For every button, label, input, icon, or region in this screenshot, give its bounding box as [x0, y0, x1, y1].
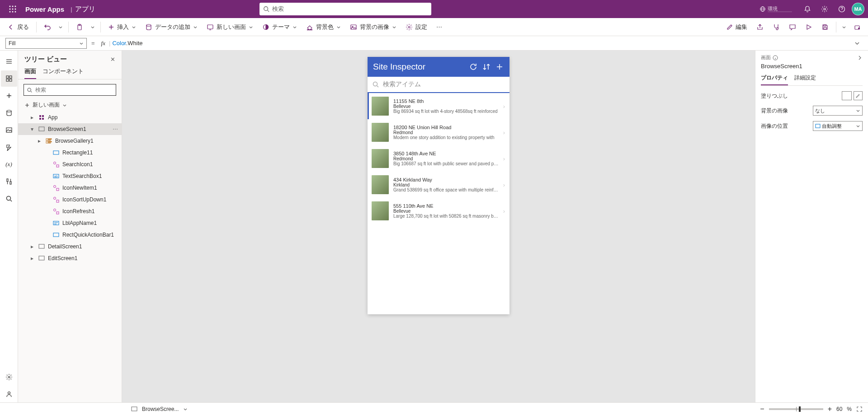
publish-button[interactable] [850, 20, 864, 34]
add-data-button[interactable]: データの追加 [142, 20, 201, 34]
tree-item-EditScreen1[interactable]: ▸EditScreen1 [18, 252, 122, 264]
tree-item-BrowseGallery1[interactable]: ▸BrowseGallery1 [18, 135, 122, 147]
user-avatar[interactable]: MA [852, 3, 864, 15]
item-title: 18200 NE Union Hill Road [393, 125, 499, 130]
rail-variables[interactable]: (x) [1, 156, 17, 173]
paste-button[interactable] [72, 20, 87, 34]
global-search[interactable]: 検索 [259, 3, 431, 15]
sort-icon[interactable] [482, 62, 491, 71]
expand-formula-bar[interactable] [852, 41, 863, 46]
rail-tree-view[interactable] [1, 70, 17, 87]
close-tree-panel[interactable]: ✕ [110, 56, 115, 63]
item-desc: Big 86934 sq ft lot with 4-story 48568sq… [393, 109, 499, 114]
rail-media[interactable] [1, 122, 17, 138]
undo-button[interactable] [40, 20, 55, 34]
gallery-item[interactable]: 555 110th Ave NEBellevueLarge 128,700 sq… [368, 198, 509, 224]
new-screen-button[interactable]: 新しい画面 [203, 20, 257, 34]
tree-item-DetailScreen1[interactable]: ▸DetailScreen1 [18, 241, 122, 252]
tree-item-BrowseScreen1[interactable]: ▾BrowseScreen1⋯ [18, 123, 122, 135]
settings-icon[interactable] [817, 2, 832, 16]
tree-item-TextSearchBox1[interactable]: abTextSearchBox1 [18, 170, 122, 182]
refresh-icon[interactable] [469, 62, 478, 71]
canvas-area[interactable]: Site Inspector 検索アイテム 11155 NE 8thBellev… [122, 51, 755, 402]
formula-input[interactable]: Color.White [112, 40, 850, 47]
gallery-item[interactable]: 3850 148th Ave NERedmondBig 106687 sq ft… [368, 145, 509, 172]
tree-item-label: SearchIcon1 [62, 161, 93, 168]
more-commands[interactable]: ⋯ [433, 20, 446, 34]
rail-power-automate[interactable] [1, 139, 17, 155]
tab-advanced[interactable]: 詳細設定 [794, 74, 816, 85]
rail-hamburger[interactable] [1, 53, 17, 70]
rail-insert[interactable] [1, 88, 17, 104]
back-button[interactable]: 戻る [4, 20, 33, 34]
info-icon[interactable] [773, 55, 778, 61]
help-icon[interactable] [835, 2, 849, 16]
notifications-icon[interactable] [800, 2, 815, 16]
tree-item-IconNewItem1[interactable]: IconNewItem1 [18, 182, 122, 194]
bg-image-button[interactable]: 背景の画像 [346, 20, 400, 34]
property-selector[interactable]: Fill [5, 38, 87, 49]
zoom-out[interactable]: − [760, 405, 764, 413]
tree-search[interactable] [24, 84, 116, 96]
data-icon [145, 24, 152, 30]
rail-settings[interactable] [1, 369, 17, 385]
zoom-in[interactable]: + [828, 405, 832, 413]
add-icon[interactable] [495, 62, 504, 71]
brand-name[interactable]: Power Apps [22, 5, 68, 13]
tree-type-icon [52, 196, 60, 203]
insert-button[interactable]: 挿入 [104, 20, 140, 34]
tab-screens[interactable]: 画面 [24, 67, 36, 79]
brand-section[interactable]: アプリ [75, 5, 95, 14]
imgpos-select[interactable]: 自動調整 [813, 121, 863, 131]
chevron-icon: ▸ [36, 138, 42, 144]
preview-button[interactable] [802, 20, 816, 34]
tree-item-IconSortUpDown1[interactable]: IconSortUpDown1 [18, 194, 122, 205]
chevron-down-icon[interactable] [183, 407, 188, 411]
fx-icon[interactable]: fx [99, 40, 107, 47]
tree-search-input[interactable] [35, 87, 113, 93]
new-screen-link[interactable]: 新しい画面 [18, 98, 122, 112]
app-launcher-icon[interactable] [4, 0, 22, 18]
gallery-item[interactable]: 434 Kirkland WayKirklandGrand 538699 sq … [368, 172, 509, 198]
tree-item-SearchIcon1[interactable]: SearchIcon1 [18, 159, 122, 170]
gallery-item[interactable]: 11155 NE 8thBellevueBig 86934 sq ft lot … [368, 93, 509, 119]
bgimage-select[interactable]: なし [813, 106, 863, 116]
save-dropdown[interactable] [840, 20, 848, 34]
rail-data[interactable] [1, 105, 17, 121]
tree-type-icon [52, 231, 60, 238]
tree-item-App[interactable]: ▸App [18, 112, 122, 123]
svg-line-49 [31, 91, 32, 92]
share-button[interactable] [753, 20, 767, 34]
fit-to-window[interactable] [856, 406, 863, 412]
svg-rect-75 [53, 233, 59, 237]
save-button[interactable] [818, 20, 832, 34]
zoom-slider[interactable] [769, 408, 823, 410]
rail-advanced-tools[interactable] [1, 173, 17, 190]
app-search-box[interactable]: 検索アイテム [368, 77, 509, 93]
tree-item-LblAppName1[interactable]: LblAppName1 [18, 217, 122, 229]
rail-virtual-agent[interactable] [1, 386, 17, 402]
paste-dropdown[interactable] [89, 20, 97, 34]
tree-item-RectQuickActionBar1[interactable]: RectQuickActionBar1 [18, 229, 122, 241]
tree-item-IconRefresh1[interactable]: IconRefresh1 [18, 205, 122, 217]
theme-button[interactable]: テーマ [259, 20, 301, 34]
rail-search[interactable] [1, 191, 17, 207]
fill-color-picker[interactable] [854, 91, 863, 100]
more-icon[interactable]: ⋯ [113, 126, 118, 132]
chevron-down-icon [854, 41, 860, 46]
edit-button[interactable]: 編集 [723, 20, 751, 34]
fill-color-swatch[interactable] [842, 91, 852, 100]
comments-button[interactable] [785, 20, 800, 34]
bg-color-button[interactable]: 背景色 [302, 20, 344, 34]
status-breadcrumb[interactable]: BrowseScree... [142, 406, 179, 412]
settings-button[interactable]: 設定 [402, 20, 431, 34]
tab-properties[interactable]: プロパティ [761, 74, 788, 85]
checker-button[interactable] [769, 20, 783, 34]
gallery-item[interactable]: 18200 NE Union Hill RoadRedmondModern on… [368, 119, 509, 145]
chevron-down-icon [90, 25, 95, 29]
tab-components[interactable]: コンポーネント [42, 67, 84, 79]
tree-item-Rectangle11[interactable]: Rectangle11 [18, 147, 122, 159]
environment-picker[interactable]: 環境 [760, 6, 792, 12]
undo-dropdown[interactable] [57, 20, 65, 34]
chevron-right-icon[interactable] [857, 55, 863, 61]
